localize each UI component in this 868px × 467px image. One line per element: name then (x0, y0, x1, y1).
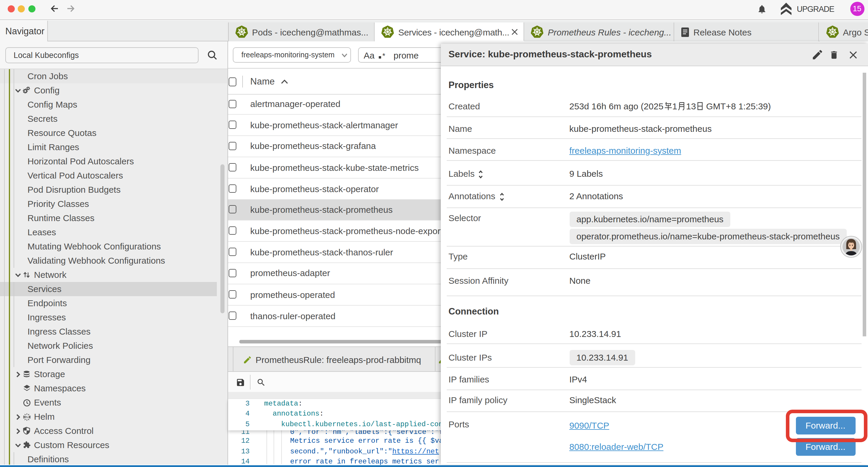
svg-text:HELM: HELM (23, 415, 30, 418)
svg-text:*: * (382, 52, 385, 59)
